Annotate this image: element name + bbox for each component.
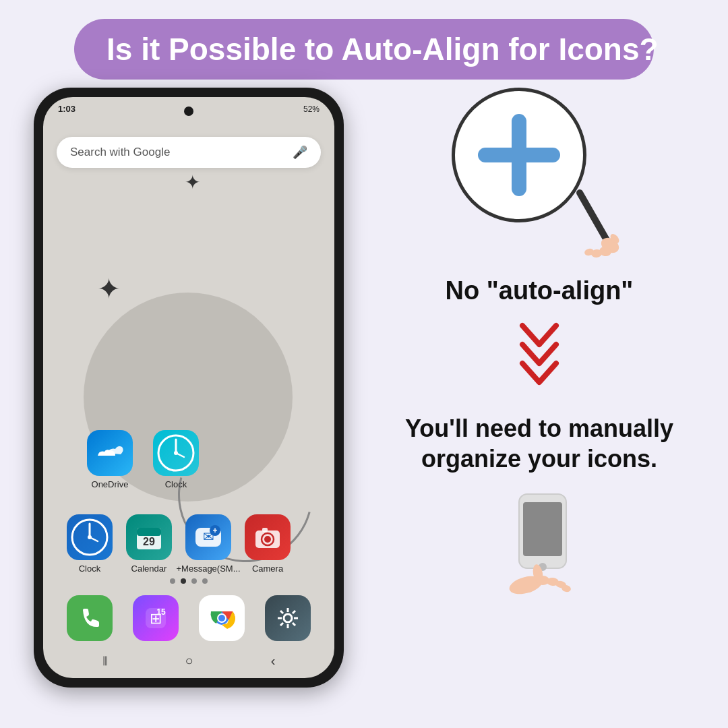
app-clock-blue[interactable]: Clock bbox=[63, 514, 116, 574]
app-camera[interactable]: Camera bbox=[241, 514, 294, 574]
dot-1 bbox=[170, 578, 175, 584]
svg-text:29: 29 bbox=[143, 536, 155, 547]
svg-point-25 bbox=[218, 615, 225, 621]
nav-home[interactable]: ○ bbox=[185, 653, 193, 669]
clock-blue-label: Clock bbox=[79, 564, 101, 574]
camera-notch bbox=[184, 107, 193, 116]
svg-line-32 bbox=[293, 623, 295, 626]
manual-text: You'll need to manually organize your ic… bbox=[371, 413, 708, 474]
right-panel: No "auto-align" You'll need to manually … bbox=[371, 88, 708, 595]
status-time: 1:03 bbox=[58, 104, 75, 114]
dots-indicator bbox=[170, 578, 208, 584]
svg-text:15: 15 bbox=[156, 607, 166, 617]
calendar-icon: 29 bbox=[126, 514, 172, 560]
svg-rect-44 bbox=[523, 502, 562, 556]
message-label: +Message(SM... bbox=[177, 564, 241, 574]
svg-rect-18 bbox=[262, 528, 268, 532]
hand-phone-illustration bbox=[371, 487, 708, 595]
magnifier-hand bbox=[539, 186, 620, 263]
dock-phone[interactable] bbox=[67, 595, 113, 641]
clock-blue-icon bbox=[67, 514, 113, 560]
status-battery: 52% bbox=[303, 104, 320, 114]
dock-chrome[interactable] bbox=[199, 595, 245, 641]
dock-settings[interactable] bbox=[265, 595, 311, 641]
svg-text:+: + bbox=[212, 526, 217, 535]
mic-icon[interactable]: 🎤 bbox=[293, 145, 307, 160]
sparkle-icon-1: ✦ bbox=[185, 171, 200, 193]
nav-bar: ⦀ ○ ‹ bbox=[43, 653, 334, 669]
arrow-group bbox=[516, 319, 563, 400]
clock-teal-icon bbox=[153, 430, 199, 476]
svg-point-17 bbox=[264, 536, 271, 543]
dot-2 bbox=[181, 578, 186, 584]
svg-rect-9 bbox=[137, 528, 161, 536]
camera-icon bbox=[245, 514, 291, 560]
dock: ⊞ 15 bbox=[57, 595, 321, 641]
svg-line-31 bbox=[280, 611, 283, 613]
arrows-container bbox=[371, 319, 708, 400]
calendar-label: Calendar bbox=[131, 564, 167, 574]
apps-row-1: OneDrive Clock bbox=[84, 430, 202, 489]
sparkle-icon-2: ✦ bbox=[97, 272, 121, 305]
dot-4 bbox=[202, 578, 208, 584]
svg-line-33 bbox=[293, 611, 295, 613]
nav-back[interactable]: ‹ bbox=[271, 653, 276, 669]
app-message[interactable]: ✉ + +Message(SM... bbox=[182, 514, 235, 574]
svg-line-3 bbox=[176, 453, 184, 457]
phone-outer: 1:03 52% Search with Google 🎤 ✦ ✦ bbox=[34, 88, 344, 688]
no-align-text: No "auto-align" bbox=[371, 276, 708, 305]
svg-point-26 bbox=[284, 614, 292, 622]
camera-label: Camera bbox=[252, 564, 283, 574]
header-title: Is it Possible to Auto-Align for Icons? bbox=[107, 32, 659, 67]
clock-teal-label: Clock bbox=[165, 479, 187, 489]
search-bar[interactable]: Search with Google 🎤 bbox=[57, 137, 321, 168]
magnifier-illustration bbox=[452, 88, 627, 263]
nav-recent[interactable]: ⦀ bbox=[102, 653, 108, 669]
header-banner: Is it Possible to Auto-Align for Icons? bbox=[74, 19, 654, 80]
dock-galaxy-store[interactable]: ⊞ 15 bbox=[133, 595, 179, 641]
svg-line-7 bbox=[90, 537, 98, 541]
message-icon: ✉ + bbox=[185, 514, 231, 560]
dot-3 bbox=[191, 578, 197, 584]
app-onedrive[interactable]: OneDrive bbox=[84, 430, 136, 489]
app-clock-teal[interactable]: Clock bbox=[150, 430, 202, 489]
svg-line-37 bbox=[580, 193, 607, 240]
phone-container: 1:03 52% Search with Google 🎤 ✦ ✦ bbox=[34, 88, 357, 694]
onedrive-icon bbox=[87, 430, 133, 476]
onedrive-label: OneDrive bbox=[92, 479, 129, 489]
app-calendar[interactable]: 29 Calendar bbox=[123, 514, 175, 574]
apps-row-2: Clock 29 Calendar bbox=[63, 514, 294, 574]
svg-line-34 bbox=[280, 623, 283, 626]
phone-screen: 1:03 52% Search with Google 🎤 ✦ ✦ bbox=[43, 97, 334, 678]
search-text: Search with Google bbox=[70, 146, 170, 159]
